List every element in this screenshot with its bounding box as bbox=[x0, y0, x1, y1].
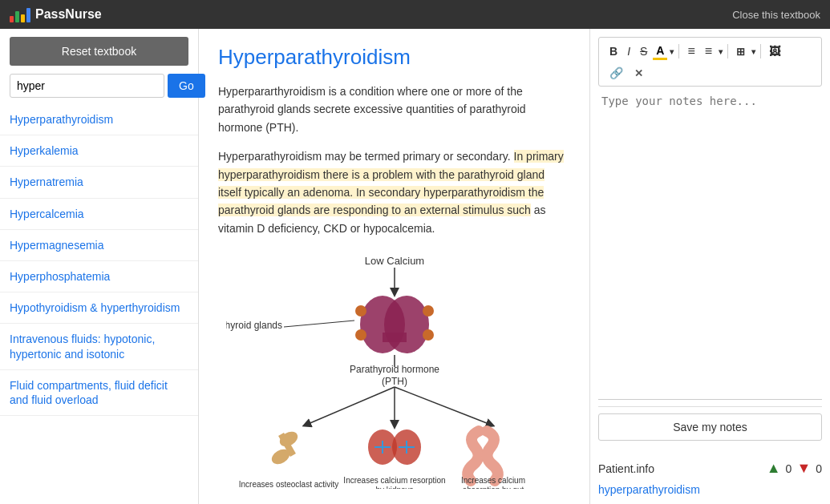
nav-item-hyperphosphatemia[interactable]: Hyperphosphatemia bbox=[0, 261, 198, 292]
notes-textarea[interactable] bbox=[598, 91, 822, 400]
upvote-button[interactable]: ▲ bbox=[767, 460, 781, 477]
nav-item-hyperparathyroidism[interactable]: Hyperparathyroidism bbox=[0, 104, 198, 135]
downvote-button[interactable]: ▼ bbox=[796, 460, 811, 477]
font-color-button[interactable]: A bbox=[653, 43, 667, 60]
reset-textbook-button[interactable]: Reset textbook bbox=[10, 37, 188, 66]
patient-info-section: Patient.info ▲ 0 ▼ 0 hyperparathyroidism bbox=[598, 460, 822, 496]
nav-item-hypermagnesemia[interactable]: Hypermagnesemia bbox=[0, 230, 198, 261]
svg-point-7 bbox=[423, 329, 434, 341]
link-button[interactable]: 🔗 bbox=[605, 65, 627, 81]
editor-toolbar: B I S A ▾ ≡ ≡ ▾ ⊞ ▾ 🖼 🔗 ✕ bbox=[598, 37, 822, 87]
nav-item-hypothyroidism[interactable]: Hypothyroidism & hyperthyroidism bbox=[0, 292, 198, 324]
toolbar-separator-1 bbox=[678, 44, 679, 58]
toolbar-separator-2 bbox=[727, 44, 728, 58]
svg-line-15 bbox=[395, 387, 491, 425]
svg-text:by kidneys: by kidneys bbox=[375, 486, 413, 489]
page-title: Hyperparathyroidism bbox=[218, 45, 570, 70]
svg-text:(PTH): (PTH) bbox=[382, 376, 407, 387]
search-area: Go bbox=[10, 74, 188, 98]
svg-text:Parathyroid glands: Parathyroid glands bbox=[226, 320, 282, 331]
diagram-area: Low Calcium Parathyroid glands Parath bbox=[218, 248, 570, 491]
svg-point-6 bbox=[423, 305, 434, 317]
close-textbook-button[interactable]: Close this textbook bbox=[732, 9, 820, 21]
right-panel: B I S A ▾ ≡ ≡ ▾ ⊞ ▾ 🖼 🔗 ✕ Save my notes bbox=[589, 29, 830, 504]
svg-point-4 bbox=[355, 305, 366, 317]
content-paragraph-2: Hyperparathyroidism may be termed primar… bbox=[218, 147, 570, 237]
svg-text:Increases calcium: Increases calcium bbox=[460, 476, 524, 485]
patient-info-link[interactable]: hyperparathyroidism bbox=[598, 483, 700, 496]
svg-rect-3 bbox=[383, 333, 407, 342]
save-notes-button[interactable]: Save my notes bbox=[598, 413, 822, 441]
logo-text: PassNurse bbox=[35, 7, 102, 22]
italic-button[interactable]: I bbox=[623, 43, 634, 59]
downvote-count: 0 bbox=[816, 462, 822, 475]
low-calcium-label: Low Calcium bbox=[364, 255, 423, 267]
table-button[interactable]: ⊞ bbox=[732, 44, 749, 59]
upvote-count: 0 bbox=[786, 462, 792, 475]
sidebar: Reset textbook Go HyperparathyroidismHyp… bbox=[0, 29, 199, 504]
main-content: Hyperparathyroidism Hyperpararthyroidism… bbox=[199, 29, 589, 504]
nav-item-hyperkalemia[interactable]: Hyperkalemia bbox=[0, 135, 198, 167]
align-dropdown[interactable]: ▾ bbox=[718, 46, 723, 58]
svg-text:absorption by gut: absorption by gut bbox=[462, 486, 524, 489]
unlink-button[interactable]: ✕ bbox=[630, 65, 647, 81]
nav-list: HyperparathyroidismHyperkalemiaHypernatr… bbox=[0, 104, 198, 504]
content-paragraph-1: Hyperpararthyroidism is a condition wher… bbox=[218, 83, 570, 136]
search-input[interactable] bbox=[10, 74, 164, 98]
patient-info-header: Patient.info ▲ 0 ▼ 0 bbox=[598, 460, 822, 477]
bullet-list-button[interactable]: ≡ bbox=[683, 42, 698, 60]
nav-item-fluid-compartments[interactable]: Fluid compartments, fluid deficit and fl… bbox=[0, 370, 198, 416]
main-layout: Reset textbook Go HyperparathyroidismHyp… bbox=[0, 29, 830, 504]
svg-text:Increases osteoclast activity: Increases osteoclast activity bbox=[238, 480, 338, 489]
strikethrough-button[interactable]: S bbox=[636, 43, 651, 59]
svg-line-13 bbox=[306, 387, 395, 425]
diagram-svg: Low Calcium Parathyroid glands Parath bbox=[226, 248, 563, 489]
nav-item-iv-fluids[interactable]: Intravenous fluids: hypotonic, hypertoni… bbox=[0, 324, 198, 369]
nav-item-hypercalcemia[interactable]: Hypercalcemia bbox=[0, 199, 198, 230]
svg-line-9 bbox=[284, 321, 354, 327]
nav-item-hypernatremia[interactable]: Hypernatremia bbox=[0, 167, 198, 198]
svg-text:Increases calcium resorption: Increases calcium resorption bbox=[343, 476, 445, 485]
align-button[interactable]: ≡ bbox=[701, 42, 716, 60]
patient-info-title: Patient.info bbox=[598, 462, 654, 475]
toolbar-separator-3 bbox=[760, 44, 761, 58]
table-dropdown[interactable]: ▾ bbox=[751, 46, 756, 58]
top-nav: PassNurse Close this textbook bbox=[0, 0, 830, 29]
bold-button[interactable]: B bbox=[605, 43, 621, 59]
logo-area: PassNurse bbox=[10, 6, 102, 22]
logo-icon bbox=[10, 6, 30, 22]
vote-area: ▲ 0 ▼ 0 bbox=[767, 460, 822, 477]
font-color-dropdown[interactable]: ▾ bbox=[669, 46, 674, 58]
svg-point-2 bbox=[384, 296, 429, 353]
image-button[interactable]: 🖼 bbox=[765, 43, 784, 59]
svg-point-5 bbox=[355, 329, 366, 341]
